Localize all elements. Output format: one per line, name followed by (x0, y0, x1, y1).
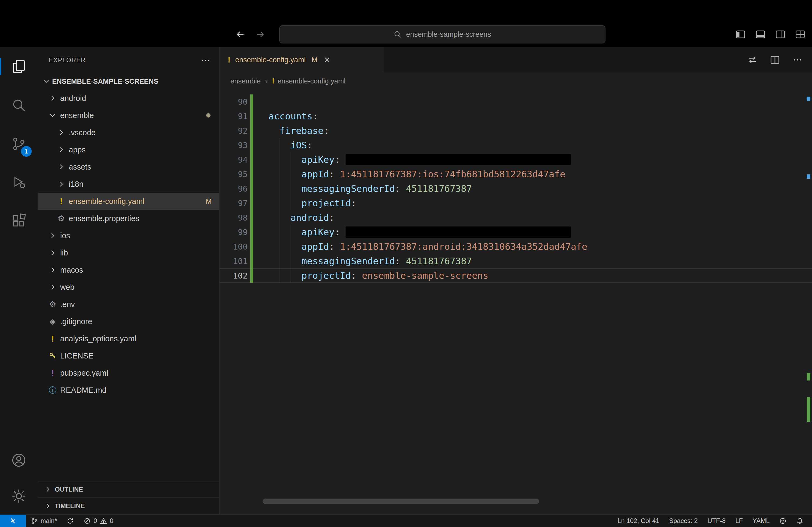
tree-item-license[interactable]: LICENSE (38, 347, 219, 364)
code-line-94[interactable]: 94apiKey: (220, 152, 812, 167)
tree-item-web[interactable]: web (38, 278, 219, 296)
tree-item-readme-md[interactable]: ⓘREADME.md (38, 381, 219, 399)
overview-ruler-mark (807, 175, 810, 179)
line-number: 92 (220, 126, 248, 136)
tree-item-vscode[interactable]: .vscode (38, 124, 219, 141)
feedback-smiley-icon (779, 517, 786, 525)
chevron-right-icon (55, 127, 67, 138)
code-line-96[interactable]: 96messagingSenderId: 451181767387 (220, 181, 812, 196)
code-line-91[interactable]: 91accounts: (220, 109, 812, 123)
activity-bar: 1 (0, 47, 38, 514)
title-bar: ensemble-sample-screens (0, 0, 812, 47)
tree-item-macos[interactable]: macos (38, 261, 219, 278)
tree-item-label: analysis_options.yaml (60, 334, 136, 343)
notifications-button[interactable] (791, 515, 808, 527)
file-tree: androidensemble.vscodeappsassetsi18n!ens… (38, 90, 219, 481)
explorer-view-button[interactable] (0, 47, 38, 86)
breadcrumb-file[interactable]: ! ensemble-config.yaml (272, 77, 346, 85)
code-token: apiKey (302, 154, 335, 165)
tree-item-ios[interactable]: ios (38, 227, 219, 244)
tree-item-apps[interactable]: apps (38, 141, 219, 158)
indent-guide (279, 167, 291, 181)
branch-indicator[interactable]: main* (26, 515, 62, 527)
source-control-view-button[interactable]: 1 (0, 124, 38, 163)
tree-item-android[interactable]: android (38, 90, 219, 107)
chevron-down-icon (40, 75, 52, 87)
gutter-modified-indicator (250, 210, 253, 225)
vscode-window: ensemble-sample-screens (0, 0, 812, 527)
editor-actions (746, 47, 812, 73)
cursor-position[interactable]: Ln 102, Col 41 (613, 515, 664, 527)
problems-indicator[interactable]: 0 0 (79, 515, 118, 527)
forward-button[interactable] (254, 28, 266, 41)
chevron-right-icon (55, 144, 67, 156)
tree-item-ensemble-config-yaml[interactable]: !ensemble-config.yamlM (38, 193, 219, 210)
tree-root-folder[interactable]: ENSEMBLE-SAMPLE-SCREENS (38, 73, 219, 90)
sync-button[interactable] (62, 515, 79, 527)
code-line-102[interactable]: 102projectId: ensemble-sample-screens (220, 268, 812, 283)
tree-item-pubspec-yaml[interactable]: !pubspec.yaml (38, 364, 219, 381)
code-lines: 9091accounts:92firebase:93iOS:94apiKey: … (220, 90, 812, 283)
tree-item-ensemble-properties[interactable]: ⚙ensemble.properties (38, 210, 219, 227)
tree-item-label: .env (60, 300, 75, 309)
tree-item-i18n[interactable]: i18n (38, 176, 219, 193)
tree-item-lib[interactable]: lib (38, 244, 219, 261)
language-label: YAML (752, 517, 770, 525)
history-nav (234, 25, 266, 44)
line-content: android: (269, 210, 335, 225)
close-tab-button[interactable]: × (324, 55, 330, 65)
editor-group: ! ensemble-config.yaml M × (220, 47, 812, 514)
indent-guide (279, 225, 291, 239)
tree-item-env[interactable]: ⚙.env (38, 296, 219, 313)
split-editor-button[interactable] (769, 54, 781, 66)
search-view-button[interactable] (0, 86, 38, 124)
code-line-100[interactable]: 100appId: 1:451181767387:android:3418310… (220, 239, 812, 254)
code-line-101[interactable]: 101messagingSenderId: 451181767387 (220, 254, 812, 268)
open-changes-button[interactable] (746, 54, 758, 66)
indent-guide (269, 152, 279, 167)
code-line-95[interactable]: 95appId: 1:451181767387:ios:74fb681bd581… (220, 167, 812, 181)
code-line-93[interactable]: 93iOS: (220, 138, 812, 152)
back-button[interactable] (234, 28, 246, 41)
tree-item-assets[interactable]: assets (38, 158, 219, 176)
gutter-modified-indicator (250, 225, 253, 239)
feedback-button[interactable] (774, 515, 791, 527)
code-line-99[interactable]: 99apiKey: (220, 225, 812, 239)
language-mode[interactable]: YAML (748, 515, 774, 527)
remote-indicator[interactable] (0, 515, 26, 527)
extensions-view-button[interactable] (0, 202, 38, 240)
customize-layout-button[interactable] (794, 28, 806, 40)
line-content: iOS: (269, 138, 313, 152)
eol-indicator[interactable]: LF (730, 515, 748, 527)
code-line-92[interactable]: 92firebase: (220, 123, 812, 138)
breadcrumb-folder[interactable]: ensemble (230, 77, 261, 85)
toggle-secondary-sidebar-button[interactable] (774, 28, 786, 40)
gutter-modified-indicator (250, 123, 253, 138)
settings-button[interactable] (0, 478, 38, 514)
run-debug-view-button[interactable] (0, 163, 38, 202)
encoding-indicator[interactable]: UTF-8 (702, 515, 730, 527)
code-token: : (329, 169, 340, 180)
line-col-label: Ln 102, Col 41 (618, 517, 659, 525)
yaml-file-icon: ! (228, 55, 230, 64)
code-line-97[interactable]: 97projectId: (220, 196, 812, 210)
editor[interactable]: 9091accounts:92firebase:93iOS:94apiKey: … (220, 90, 812, 514)
search-icon (394, 30, 402, 39)
tab-ensemble-config-yaml[interactable]: ! ensemble-config.yaml M × (220, 47, 384, 73)
more-actions-button[interactable] (792, 54, 803, 66)
tree-item-analysis-options-yaml[interactable]: !analysis_options.yaml (38, 330, 219, 347)
horizontal-scrollbar[interactable] (263, 499, 539, 504)
accounts-button[interactable] (0, 442, 38, 478)
code-line-90[interactable]: 90 (220, 94, 812, 109)
code-line-98[interactable]: 98android: (220, 210, 812, 225)
timeline-section[interactable]: TIMELINE (38, 497, 219, 514)
command-center[interactable]: ensemble-sample-screens (279, 25, 606, 44)
tree-item-ensemble[interactable]: ensemble (38, 107, 219, 124)
chevron-right-icon (47, 281, 59, 293)
indentation-indicator[interactable]: Spaces: 2 (664, 515, 703, 527)
tree-item-gitignore[interactable]: ◈.gitignore (38, 313, 219, 330)
line-content: accounts: (269, 109, 318, 123)
outline-section[interactable]: OUTLINE (38, 481, 219, 497)
toggle-primary-sidebar-button[interactable] (735, 28, 746, 40)
toggle-panel-button[interactable] (755, 28, 766, 40)
